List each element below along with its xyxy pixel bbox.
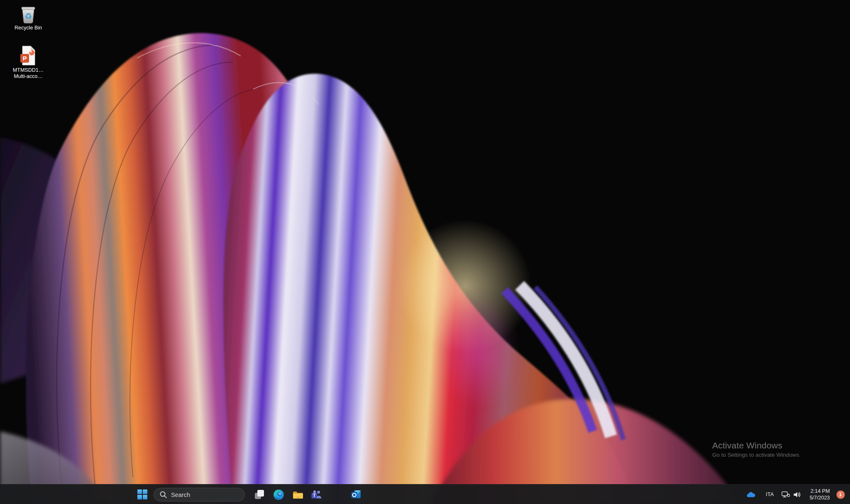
taskbar-search-box[interactable]: Search [154, 488, 245, 502]
network-icon [782, 491, 790, 498]
start-button[interactable] [134, 486, 151, 503]
desktop-icon-recycle-bin[interactable]: ♻ Recycle Bin [7, 3, 49, 31]
onedrive-tray-button[interactable] [744, 486, 758, 503]
desktop-icon-label: Recycle Bin [7, 25, 49, 31]
notification-center-button[interactable]: 1 [833, 486, 848, 503]
network-volume-tray-button[interactable] [779, 486, 804, 503]
teams-button[interactable]: T [308, 486, 325, 503]
onedrive-cloud-icon [746, 492, 755, 498]
taskbar: Search [0, 484, 850, 504]
powerpoint-file-icon: P [20, 46, 37, 66]
desktop-icon-powerpoint-file[interactable]: P MTMSDD1… Multi-acco… [7, 46, 49, 80]
svg-text:♻: ♻ [24, 12, 32, 21]
task-view-button[interactable] [251, 486, 268, 503]
edge-browser-button[interactable] [270, 486, 287, 503]
outlook-button[interactable] [348, 486, 364, 503]
notification-badge: 1 [836, 490, 845, 499]
file-explorer-icon [292, 489, 303, 499]
desktop-icon-label: Multi-acco… [7, 73, 49, 80]
clock-date: 5/7/2023 [810, 494, 830, 501]
edge-icon [273, 489, 284, 500]
file-explorer-button[interactable] [289, 486, 306, 503]
recycle-bin-icon: ♻ [19, 3, 38, 24]
volume-icon [793, 491, 801, 498]
teams-icon: T [311, 489, 322, 500]
start-icon [137, 489, 148, 500]
desktop-icon-label: MTMSDD1… [7, 67, 49, 73]
language-indicator[interactable]: ITA [762, 486, 778, 503]
svg-text:T: T [313, 493, 315, 498]
svg-text:P: P [22, 55, 27, 62]
task-view-icon [254, 489, 265, 500]
clock-time: 2:14 PM [810, 488, 830, 494]
desktop-wallpaper [0, 0, 850, 504]
system-tray: ITA 2:14 PM 5/7 [744, 485, 850, 504]
clock[interactable]: 2:14 PM 5/7/2023 [806, 486, 833, 503]
outlook-icon [351, 489, 361, 500]
desktop-screen: ♻ Recycle Bin P MTMSDD1… Multi-acco… Act… [0, 0, 850, 504]
search-icon [159, 491, 167, 499]
search-placeholder-text: Search [171, 492, 190, 498]
